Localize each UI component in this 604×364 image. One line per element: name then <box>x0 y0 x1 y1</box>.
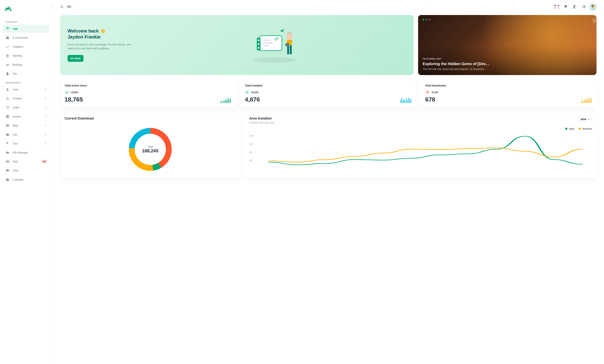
sidebar-item-product[interactable]: Product <box>3 94 49 103</box>
svg-rect-42 <box>401 100 401 103</box>
svg-rect-10 <box>7 126 8 126</box>
sidebar-item-file-manager[interactable]: File Manager <box>3 148 49 157</box>
svg-text:$: $ <box>7 116 8 117</box>
trend-up-icon <box>245 90 249 95</box>
svg-rect-53 <box>582 100 582 103</box>
chevron-right-icon <box>44 106 47 109</box>
nav-label: File <box>13 72 17 75</box>
plane-icon <box>5 63 10 67</box>
nav-label: Banking <box>13 54 22 57</box>
nav-label: Tour <box>13 142 18 145</box>
sidebar-item-order[interactable]: Order <box>3 103 49 112</box>
receipt-icon: $ <box>5 114 10 119</box>
svg-rect-44 <box>403 100 403 103</box>
language-button[interactable] <box>553 3 560 11</box>
blog-icon <box>5 123 10 128</box>
nav-label: Chat <box>13 169 18 172</box>
sidebar-item-mail[interactable]: Mail+32 <box>3 157 49 166</box>
welcome-greeting: Welcome back 👋 <box>67 28 135 34</box>
cart-icon <box>5 105 10 110</box>
sidebar-item-calendar[interactable]: Calendar <box>3 176 49 184</box>
sidebar-item-file[interactable]: File <box>3 70 49 78</box>
current-download-card: Current Download Total 188,245 <box>60 112 240 178</box>
svg-rect-37 <box>226 99 226 103</box>
year-select[interactable]: 2019 <box>579 116 592 122</box>
svg-rect-36 <box>225 100 225 103</box>
nav-section-title: MANAGEMENT <box>3 79 49 85</box>
sidebar-item-blog[interactable]: Blog <box>3 121 49 130</box>
carousel-dot[interactable] <box>423 19 425 21</box>
chevron-right-icon <box>44 97 47 100</box>
uk-flag-icon <box>554 5 559 9</box>
chevron-left-icon <box>51 6 53 9</box>
sidebar-item-invoice[interactable]: $Invoice <box>3 113 49 121</box>
svg-point-17 <box>575 5 576 6</box>
svg-rect-32 <box>220 102 221 103</box>
go-now-button[interactable]: Go Now <box>67 55 84 62</box>
svg-rect-55 <box>584 99 585 103</box>
nav-label: Invoice <box>13 115 21 118</box>
settings-button[interactable] <box>580 3 588 11</box>
sidebar-item-booking[interactable]: Booking <box>3 61 49 69</box>
nav-label: Calendar <box>13 178 24 181</box>
file-icon <box>5 72 10 76</box>
sidebar-item-tour[interactable]: Tour <box>3 139 49 148</box>
sidebar-item-app[interactable]: App <box>3 25 49 33</box>
svg-rect-56 <box>585 101 586 103</box>
carousel-dot[interactable] <box>429 19 430 20</box>
gear-icon <box>581 4 586 9</box>
area-title: Area Installed <box>249 116 592 120</box>
sparkline <box>220 97 231 103</box>
svg-rect-51 <box>411 99 411 103</box>
trend-up-icon <box>64 90 69 95</box>
contacts-button[interactable] <box>571 3 579 11</box>
svg-point-5 <box>8 109 9 109</box>
y-tick: 120 <box>249 143 253 145</box>
svg-rect-57 <box>586 98 587 103</box>
sidebar-item-e-commerce[interactable]: E-Commerce <box>3 34 49 42</box>
sidebar-item-user[interactable]: User <box>3 85 49 94</box>
sparkline <box>401 97 412 103</box>
logo[interactable] <box>4 5 49 13</box>
sidebar-item-chat[interactable]: Chat <box>3 166 49 175</box>
legend-item[interactable]: Asia <box>565 127 574 130</box>
users-icon <box>572 4 577 9</box>
svg-rect-34 <box>222 102 223 103</box>
sidebar-item-job[interactable]: Job <box>3 130 49 139</box>
nav-label: Booking <box>13 63 22 66</box>
carousel-prev-button[interactable] <box>592 18 596 23</box>
sparkline <box>581 97 592 103</box>
donut-total-value: 188,245 <box>142 148 158 153</box>
carousel-dot[interactable] <box>426 19 428 20</box>
svg-rect-61 <box>591 98 591 103</box>
svg-rect-58 <box>588 100 588 103</box>
legend-item[interactable]: America <box>579 127 592 130</box>
chevron-left-icon <box>593 19 596 22</box>
sidebar: OVERVIEWAppE-CommerceAnalyticsBankingBoo… <box>0 0 52 364</box>
svg-point-27 <box>286 34 292 40</box>
chat-icon <box>5 168 10 173</box>
svg-rect-14 <box>6 178 9 179</box>
notifications-button[interactable] <box>562 3 569 11</box>
sidebar-item-banking[interactable]: Banking <box>3 52 49 60</box>
featured-desc: The old oak tree stood tall and majestic… <box>423 68 592 71</box>
stat-change: +2.6% <box>71 91 78 94</box>
stat-card: Total Downloads-0.1%678 <box>421 80 596 108</box>
svg-point-16 <box>573 5 575 7</box>
stat-card: Total Active Users+2.6%18,765 <box>60 80 236 108</box>
sidebar-item-analytics[interactable]: Analytics <box>3 43 49 51</box>
hanger-icon <box>5 96 10 101</box>
account-button[interactable]: 🧑‍💼 <box>589 3 596 11</box>
svg-rect-38 <box>227 100 227 103</box>
search-kbd: ⌘K <box>66 5 72 8</box>
badge: +32 <box>41 160 47 163</box>
stat-value: 4,876 <box>245 96 412 103</box>
svg-rect-29 <box>287 45 289 54</box>
svg-rect-41 <box>230 98 231 103</box>
welcome-body: If you are going to use a passage of Lor… <box>67 43 135 50</box>
chevron-right-icon <box>44 142 47 145</box>
collapse-sidebar-button[interactable] <box>50 5 55 10</box>
search-button[interactable] <box>60 5 64 9</box>
svg-rect-26 <box>263 45 269 47</box>
svg-rect-45 <box>404 99 404 103</box>
